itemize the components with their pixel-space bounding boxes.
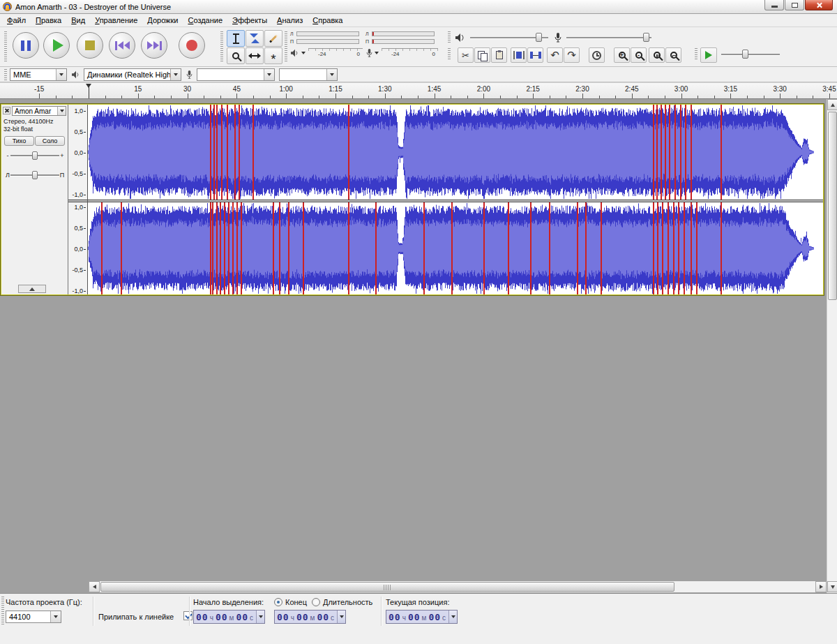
audacity-window: { "titlebar": {"title": "Amon Amarth - 0…: [0, 0, 837, 644]
scroll-right-button[interactable]: [815, 581, 827, 592]
vertical-scrollbar-thumb[interactable]: [828, 112, 837, 300]
input-device-select[interactable]: [197, 68, 275, 81]
menu-help[interactable]: Справка: [308, 15, 347, 26]
waveform-left-channel[interactable]: [88, 105, 823, 200]
input-volume-slider[interactable]: [566, 32, 651, 43]
input-channels-select[interactable]: [279, 68, 338, 81]
selection-start-label: Начало выделения:: [193, 598, 264, 606]
timeline-ruler[interactable]: -151530451:001:151:301:452:002:152:302:4…: [0, 82, 837, 99]
transport-toolbar-grip[interactable]: [4, 31, 7, 62]
scroll-left-button[interactable]: [89, 581, 100, 592]
menu-edit[interactable]: Правка: [31, 15, 66, 26]
multi-tool-button[interactable]: *: [264, 47, 282, 64]
track-collapse-button[interactable]: [18, 285, 46, 293]
play-button[interactable]: [43, 32, 70, 59]
track-close-button[interactable]: [3, 107, 10, 114]
transcription-toolbar-grip[interactable]: [695, 48, 698, 61]
silence-selection-button[interactable]: [527, 47, 543, 63]
pan-slider-thumb[interactable]: [32, 171, 38, 179]
mute-button[interactable]: Тихо: [4, 136, 34, 146]
audio-host-select[interactable]: MME: [10, 68, 67, 81]
selection-end-radio-label[interactable]: Конец: [285, 598, 307, 606]
timefield-format-menu[interactable]: [448, 611, 457, 623]
gain-slider-thumb[interactable]: [32, 151, 38, 160]
mixer-toolbar-grip[interactable]: [448, 31, 451, 44]
timefield-format-menu[interactable]: [337, 611, 345, 623]
playback-speed-thumb[interactable]: [742, 50, 748, 59]
menu-file[interactable]: Файл: [2, 15, 31, 26]
input-volume-thumb[interactable]: [643, 33, 649, 42]
zoom-tool-button[interactable]: [227, 47, 245, 64]
pause-button[interactable]: [13, 32, 39, 59]
selection-end-radio[interactable]: [274, 598, 282, 606]
minimize-button[interactable]: [764, 0, 784, 10]
undo-button[interactable]: ↶: [547, 47, 563, 63]
vertical-ruler[interactable]: 1,0 0,5 0,0 -0,5 -1,0 1,0 0,5 0,0 -0,5 -…: [68, 105, 88, 294]
track-name-menu[interactable]: Amon Amar: [12, 106, 66, 116]
selection-end-timefield[interactable]: 00ч 00м 00с: [274, 610, 346, 624]
menu-generate[interactable]: Создание: [183, 15, 227, 26]
output-volume-slider[interactable]: [470, 32, 548, 43]
menu-tracks[interactable]: Дорожки: [142, 15, 183, 26]
sync-lock-button[interactable]: [589, 47, 605, 63]
playback-speed-slider[interactable]: [721, 49, 780, 60]
selection-tool-button[interactable]: [227, 30, 245, 47]
edit-toolbar-grip[interactable]: [448, 48, 451, 61]
stop-button[interactable]: [77, 32, 103, 59]
scroll-up-button[interactable]: [827, 99, 837, 110]
timefield-format-menu[interactable]: [256, 611, 264, 623]
skip-to-start-button[interactable]: [109, 32, 135, 59]
menu-view[interactable]: Вид: [66, 15, 90, 26]
trim-outside-selection-button[interactable]: [511, 47, 527, 63]
zoom-out-button[interactable]: -: [631, 47, 647, 63]
output-device-select[interactable]: Динамики (Realtek High: [84, 68, 181, 81]
paste-button[interactable]: [491, 47, 507, 63]
tools-toolbar-grip[interactable]: [220, 31, 223, 62]
timeline-label: 2:30: [575, 85, 589, 93]
record-button[interactable]: [179, 32, 205, 59]
selection-toolbar-grip[interactable]: [1, 597, 4, 624]
cut-button[interactable]: ✂: [458, 47, 474, 63]
horizontal-scrollbar[interactable]: [89, 581, 827, 592]
timeline-label: 1:15: [329, 85, 342, 93]
envelope-tool-button[interactable]: [246, 30, 264, 47]
selection-length-radio-label[interactable]: Длительность: [323, 598, 372, 606]
fit-selection-button[interactable]: [649, 47, 665, 63]
vertical-scrollbar[interactable]: [827, 99, 837, 593]
play-at-speed-button[interactable]: [700, 47, 717, 63]
copy-button[interactable]: [474, 47, 490, 63]
current-position-timefield[interactable]: 00ч 00м 00с: [386, 610, 458, 624]
scroll-down-button[interactable]: [827, 581, 837, 592]
playback-meter[interactable]: Л П -240: [290, 29, 363, 61]
close-button[interactable]: [805, 0, 833, 10]
menu-effects[interactable]: Эффекты: [227, 15, 272, 26]
recording-meter[interactable]: Л П -240: [365, 29, 438, 61]
track-control-panel: Amon Amar Стерео, 44100Hz 32-bit float Т…: [1, 105, 68, 294]
menu-analyze[interactable]: Анализ: [272, 15, 308, 26]
meter-dropdown-icon[interactable]: [375, 52, 379, 54]
toolbar-dock: * Л П -240 Л П -240 ✂ ↶ ↷ + -: [0, 27, 837, 67]
redo-button[interactable]: ↷: [564, 47, 580, 63]
meter-toolbar-grip[interactable]: [285, 31, 287, 62]
selection-length-radio[interactable]: [312, 598, 320, 606]
zoom-in-button[interactable]: +: [614, 47, 630, 63]
timeshift-tool-button[interactable]: [246, 47, 264, 64]
fit-project-button[interactable]: [665, 47, 681, 63]
menu-transport[interactable]: Управление: [90, 15, 142, 26]
horizontal-scrollbar-thumb[interactable]: [100, 582, 674, 592]
pan-slider[interactable]: Л П: [5, 169, 65, 181]
selection-start-timefield[interactable]: 00ч 00м 00с: [193, 610, 265, 624]
waveform-right-channel[interactable]: [88, 202, 823, 294]
device-toolbar-grip[interactable]: [4, 69, 7, 80]
solo-button[interactable]: Соло: [35, 136, 65, 146]
envelope-tool-icon: [249, 33, 260, 43]
project-rate-select[interactable]: 44100: [6, 611, 61, 623]
draw-tool-button[interactable]: [264, 30, 282, 47]
gain-slider[interactable]: - +: [5, 149, 65, 162]
snap-to-checkbox[interactable]: [183, 611, 193, 620]
skip-to-end-button[interactable]: [141, 32, 167, 59]
meter-dropdown-icon[interactable]: [301, 52, 306, 54]
timeline-label: 2:00: [477, 85, 490, 93]
output-volume-thumb[interactable]: [536, 33, 542, 42]
maximize-button[interactable]: [785, 0, 804, 10]
